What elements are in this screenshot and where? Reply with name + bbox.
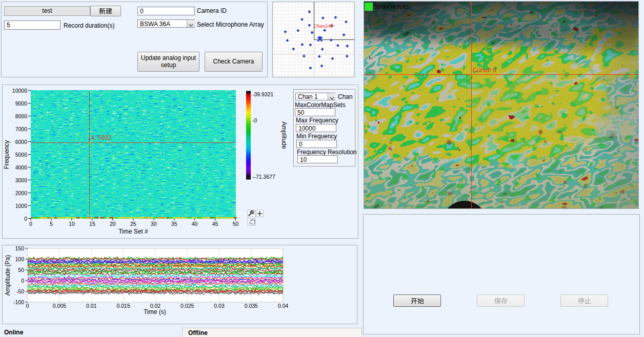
svg-text:4000: 4000 [15, 164, 28, 171]
svg-text:0: 0 [24, 216, 27, 222]
svg-text:50: 50 [233, 221, 239, 227]
svg-text:10: 10 [69, 221, 75, 227]
svg-text:45: 45 [212, 221, 218, 227]
svg-text:0: 0 [26, 303, 29, 309]
svg-text:-100: -100 [13, 299, 24, 305]
svg-text:40: 40 [192, 221, 198, 227]
svg-text:0: 0 [21, 278, 24, 284]
svg-text:0.04: 0.04 [278, 303, 289, 309]
svg-text:Time Set #: Time Set # [118, 228, 148, 235]
svg-text:--71.3677: --71.3677 [252, 174, 275, 180]
svg-text:35: 35 [171, 221, 177, 227]
svg-text:50: 50 [18, 267, 24, 273]
svg-text:0: 0 [29, 221, 32, 227]
svg-text:-50: -50 [16, 288, 24, 294]
svg-text:Time (s): Time (s) [144, 308, 166, 315]
svg-text:15: 15 [89, 221, 95, 227]
svg-text:100: 100 [15, 256, 24, 262]
svg-text:1000: 1000 [15, 203, 28, 209]
svg-text:Frequency: Frequency [3, 140, 10, 170]
svg-text:6000: 6000 [15, 139, 28, 145]
svg-text:-39.9321: -39.9321 [252, 91, 274, 97]
svg-text:7000: 7000 [15, 126, 28, 132]
svg-text:0.03: 0.03 [214, 303, 225, 309]
svg-text:9000: 9000 [15, 100, 28, 107]
svg-text:-0: -0 [252, 117, 257, 123]
svg-text:14, 5932: 14, 5932 [88, 134, 112, 141]
svg-text:20: 20 [110, 221, 116, 227]
svg-text:Amplitude: Amplitude [280, 121, 288, 149]
svg-text:10000: 10000 [12, 88, 27, 94]
svg-text:3000: 3000 [15, 177, 28, 183]
svg-text:30: 30 [151, 221, 157, 227]
svg-text:Amplitude (Pa): Amplitude (Pa) [4, 255, 11, 296]
svg-text:5000: 5000 [15, 152, 28, 158]
svg-text:5: 5 [50, 221, 53, 227]
svg-text:Chan14: Chan14 [314, 23, 331, 29]
svg-text:2000: 2000 [15, 190, 28, 196]
svg-text:8000: 8000 [15, 113, 28, 119]
svg-text:0.025: 0.025 [180, 303, 194, 309]
svg-text:0.035: 0.035 [245, 303, 258, 309]
svg-text:0.005: 0.005 [53, 303, 66, 309]
svg-text:Show results: Show results [374, 3, 409, 10]
svg-text:0.015: 0.015 [116, 303, 130, 309]
svg-text:25: 25 [130, 221, 136, 227]
svg-text:Cursor 0: Cursor 0 [473, 67, 496, 74]
svg-text:150: 150 [15, 245, 24, 251]
svg-text:0.01: 0.01 [86, 303, 97, 309]
